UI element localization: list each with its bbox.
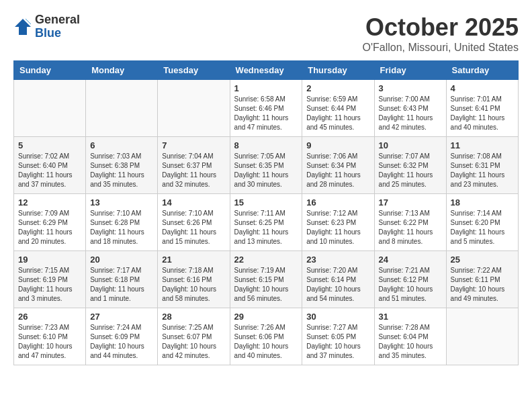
calendar-cell-w1-d3 — [158, 80, 230, 137]
calendar-cell-w2-d1: 5Sunrise: 7:02 AM Sunset: 6:40 PM Daylig… — [14, 137, 86, 194]
calendar-cell-w5-d2: 27Sunrise: 7:24 AM Sunset: 6:09 PM Dayli… — [86, 308, 158, 365]
day-number: 23 — [306, 255, 369, 265]
day-number: 6 — [90, 140, 153, 150]
day-info: Sunrise: 7:24 AM Sunset: 6:09 PM Dayligh… — [90, 323, 153, 361]
day-number: 10 — [379, 140, 442, 150]
calendar-cell-w3-d5: 16Sunrise: 7:12 AM Sunset: 6:23 PM Dayli… — [302, 194, 374, 251]
calendar-cell-w2-d4: 8Sunrise: 7:05 AM Sunset: 6:35 PM Daylig… — [230, 137, 302, 194]
day-number: 22 — [234, 255, 298, 265]
week-row-2: 5Sunrise: 7:02 AM Sunset: 6:40 PM Daylig… — [14, 137, 519, 194]
day-number: 3 — [379, 83, 442, 93]
day-number: 26 — [18, 312, 81, 322]
calendar-table: Sunday Monday Tuesday Wednesday Thursday… — [13, 60, 519, 365]
day-number: 21 — [162, 255, 225, 265]
calendar-cell-w2-d5: 9Sunrise: 7:06 AM Sunset: 6:34 PM Daylig… — [302, 137, 374, 194]
day-number: 7 — [162, 140, 225, 150]
calendar-cell-w2-d6: 10Sunrise: 7:07 AM Sunset: 6:32 PM Dayli… — [374, 137, 446, 194]
logo-icon — [13, 17, 32, 36]
day-info: Sunrise: 7:12 AM Sunset: 6:23 PM Dayligh… — [306, 209, 369, 246]
day-number: 1 — [234, 83, 298, 93]
day-info: Sunrise: 7:00 AM Sunset: 6:43 PM Dayligh… — [379, 95, 442, 132]
day-info: Sunrise: 7:26 AM Sunset: 6:06 PM Dayligh… — [234, 323, 298, 361]
calendar-cell-w5-d5: 30Sunrise: 7:27 AM Sunset: 6:05 PM Dayli… — [302, 308, 374, 365]
calendar-cell-w2-d3: 7Sunrise: 7:04 AM Sunset: 6:37 PM Daylig… — [158, 137, 230, 194]
calendar-cell-w3-d4: 15Sunrise: 7:11 AM Sunset: 6:25 PM Dayli… — [230, 194, 302, 251]
header-sunday: Sunday — [14, 61, 86, 80]
header-friday: Friday — [374, 61, 446, 80]
week-row-3: 12Sunrise: 7:09 AM Sunset: 6:29 PM Dayli… — [14, 194, 519, 251]
day-info: Sunrise: 7:03 AM Sunset: 6:38 PM Dayligh… — [90, 152, 153, 189]
calendar-cell-w4-d6: 24Sunrise: 7:21 AM Sunset: 6:12 PM Dayli… — [374, 251, 446, 308]
calendar-cell-w5-d4: 29Sunrise: 7:26 AM Sunset: 6:06 PM Dayli… — [230, 308, 302, 365]
calendar-cell-w5-d7 — [446, 308, 518, 365]
calendar-cell-w4-d1: 19Sunrise: 7:15 AM Sunset: 6:19 PM Dayli… — [14, 251, 86, 308]
day-info: Sunrise: 7:08 AM Sunset: 6:31 PM Dayligh… — [451, 152, 514, 189]
day-number: 4 — [451, 83, 514, 93]
week-row-5: 26Sunrise: 7:23 AM Sunset: 6:10 PM Dayli… — [14, 308, 519, 365]
calendar-cell-w3-d3: 14Sunrise: 7:10 AM Sunset: 6:26 PM Dayli… — [158, 194, 230, 251]
calendar-cell-w2-d2: 6Sunrise: 7:03 AM Sunset: 6:38 PM Daylig… — [86, 137, 158, 194]
day-number: 25 — [451, 255, 514, 265]
day-number: 14 — [162, 197, 225, 208]
calendar-cell-w5-d3: 28Sunrise: 7:25 AM Sunset: 6:07 PM Dayli… — [158, 308, 230, 365]
week-row-1: 1Sunrise: 6:58 AM Sunset: 6:46 PM Daylig… — [14, 80, 519, 137]
day-info: Sunrise: 7:10 AM Sunset: 6:28 PM Dayligh… — [90, 209, 153, 246]
day-info: Sunrise: 6:59 AM Sunset: 6:44 PM Dayligh… — [306, 95, 369, 132]
month-title: October 2025 — [363, 13, 519, 42]
header-monday: Monday — [86, 61, 158, 80]
calendar-cell-w5-d6: 31Sunrise: 7:28 AM Sunset: 6:04 PM Dayli… — [374, 308, 446, 365]
calendar-cell-w1-d4: 1Sunrise: 6:58 AM Sunset: 6:46 PM Daylig… — [230, 80, 302, 137]
day-number: 30 — [306, 312, 369, 322]
calendar-cell-w1-d7: 4Sunrise: 7:01 AM Sunset: 6:41 PM Daylig… — [446, 80, 518, 137]
day-info: Sunrise: 7:18 AM Sunset: 6:16 PM Dayligh… — [162, 266, 225, 304]
calendar-cell-w4-d3: 21Sunrise: 7:18 AM Sunset: 6:16 PM Dayli… — [158, 251, 230, 308]
logo-general-text: General — [35, 13, 80, 27]
location-title: O'Fallon, Missouri, United States — [363, 42, 519, 54]
title-section: October 2025 O'Fallon, Missouri, United … — [363, 13, 519, 54]
calendar-cell-w3-d1: 12Sunrise: 7:09 AM Sunset: 6:29 PM Dayli… — [14, 194, 86, 251]
calendar-cell-w3-d7: 18Sunrise: 7:14 AM Sunset: 6:20 PM Dayli… — [446, 194, 518, 251]
day-number: 11 — [451, 140, 514, 150]
day-number: 31 — [379, 312, 442, 322]
calendar-cell-w3-d6: 17Sunrise: 7:13 AM Sunset: 6:22 PM Dayli… — [374, 194, 446, 251]
day-number: 28 — [162, 312, 225, 322]
day-info: Sunrise: 7:14 AM Sunset: 6:20 PM Dayligh… — [451, 209, 514, 246]
day-number: 20 — [90, 255, 153, 265]
header-wednesday: Wednesday — [230, 61, 302, 80]
day-info: Sunrise: 7:22 AM Sunset: 6:11 PM Dayligh… — [451, 266, 514, 304]
day-info: Sunrise: 7:02 AM Sunset: 6:40 PM Dayligh… — [18, 152, 81, 189]
day-info: Sunrise: 7:06 AM Sunset: 6:34 PM Dayligh… — [306, 152, 369, 189]
day-info: Sunrise: 7:09 AM Sunset: 6:29 PM Dayligh… — [18, 209, 81, 246]
day-number: 12 — [18, 197, 81, 208]
calendar-cell-w3-d2: 13Sunrise: 7:10 AM Sunset: 6:28 PM Dayli… — [86, 194, 158, 251]
calendar-cell-w4-d4: 22Sunrise: 7:19 AM Sunset: 6:15 PM Dayli… — [230, 251, 302, 308]
header-saturday: Saturday — [446, 61, 518, 80]
logo-blue-text: Blue — [35, 27, 80, 40]
day-info: Sunrise: 7:25 AM Sunset: 6:07 PM Dayligh… — [162, 323, 225, 361]
day-info: Sunrise: 6:58 AM Sunset: 6:46 PM Dayligh… — [234, 95, 298, 132]
day-number: 17 — [379, 197, 442, 208]
logo: General Blue — [13, 13, 80, 40]
page-header: General Blue October 2025 O'Fallon, Miss… — [13, 13, 519, 54]
day-info: Sunrise: 7:23 AM Sunset: 6:10 PM Dayligh… — [18, 323, 81, 361]
day-number: 18 — [451, 197, 514, 208]
day-info: Sunrise: 7:20 AM Sunset: 6:14 PM Dayligh… — [306, 266, 369, 304]
day-info: Sunrise: 7:01 AM Sunset: 6:41 PM Dayligh… — [451, 95, 514, 132]
day-number: 8 — [234, 140, 298, 150]
day-number: 19 — [18, 255, 81, 265]
day-info: Sunrise: 7:07 AM Sunset: 6:32 PM Dayligh… — [379, 152, 442, 189]
day-info: Sunrise: 7:21 AM Sunset: 6:12 PM Dayligh… — [379, 266, 442, 304]
day-number: 27 — [90, 312, 153, 322]
calendar-cell-w1-d2 — [86, 80, 158, 137]
day-info: Sunrise: 7:15 AM Sunset: 6:19 PM Dayligh… — [18, 266, 81, 304]
day-info: Sunrise: 7:27 AM Sunset: 6:05 PM Dayligh… — [306, 323, 369, 361]
weekday-header-row: Sunday Monday Tuesday Wednesday Thursday… — [14, 61, 519, 80]
day-number: 2 — [306, 83, 369, 93]
header-thursday: Thursday — [302, 61, 374, 80]
day-number: 9 — [306, 140, 369, 150]
calendar-cell-w1-d5: 2Sunrise: 6:59 AM Sunset: 6:44 PM Daylig… — [302, 80, 374, 137]
day-number: 5 — [18, 140, 81, 150]
day-number: 13 — [90, 197, 153, 208]
day-number: 29 — [234, 312, 298, 322]
day-info: Sunrise: 7:11 AM Sunset: 6:25 PM Dayligh… — [234, 209, 298, 246]
